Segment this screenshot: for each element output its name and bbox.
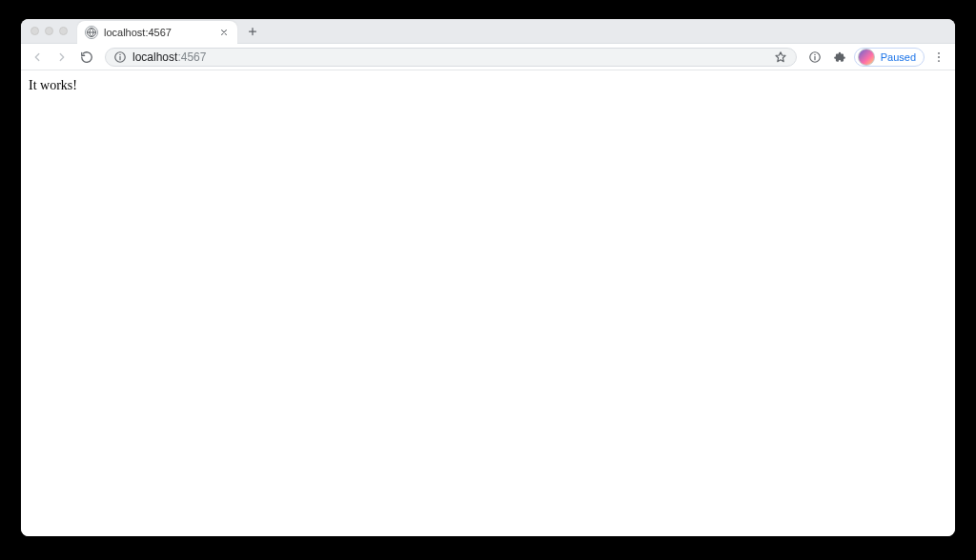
window-zoom-button[interactable] <box>59 27 68 35</box>
toolbar: localhost:4567 Paused <box>21 44 955 70</box>
page-body-text: It works! <box>29 78 77 92</box>
tab-title: localhost:4567 <box>104 27 213 38</box>
new-tab-button[interactable] <box>243 22 262 41</box>
svg-point-8 <box>938 56 940 58</box>
bookmark-star-icon[interactable] <box>773 50 788 65</box>
reload-button[interactable] <box>76 47 97 68</box>
address-bar[interactable]: localhost:4567 <box>105 48 797 67</box>
url-port: :4567 <box>177 50 206 64</box>
tab-strip: localhost:4567 <box>21 19 955 44</box>
svg-point-9 <box>938 60 940 62</box>
globe-icon <box>85 26 98 39</box>
browser-window: localhost:4567 <box>21 19 955 536</box>
back-button[interactable] <box>27 47 48 68</box>
window-controls <box>30 27 68 35</box>
page-info-icon[interactable] <box>804 47 825 68</box>
close-tab-button[interactable] <box>218 27 230 38</box>
browser-tab[interactable]: localhost:4567 <box>77 21 237 44</box>
forward-button[interactable] <box>51 47 72 68</box>
extensions-puzzle-icon[interactable] <box>829 47 850 68</box>
svg-point-7 <box>938 51 940 53</box>
site-info-icon[interactable] <box>113 50 127 64</box>
url-host: localhost <box>132 50 177 64</box>
profile-status-label: Paused <box>881 51 916 63</box>
profile-avatar <box>858 49 875 66</box>
chrome-menu-button[interactable] <box>928 47 949 68</box>
page-content: It works! <box>21 70 955 536</box>
window-close-button[interactable] <box>30 27 39 35</box>
url-text[interactable]: localhost:4567 <box>132 50 767 64</box>
window-minimize-button[interactable] <box>45 27 53 35</box>
profile-paused-button[interactable]: Paused <box>854 48 925 67</box>
